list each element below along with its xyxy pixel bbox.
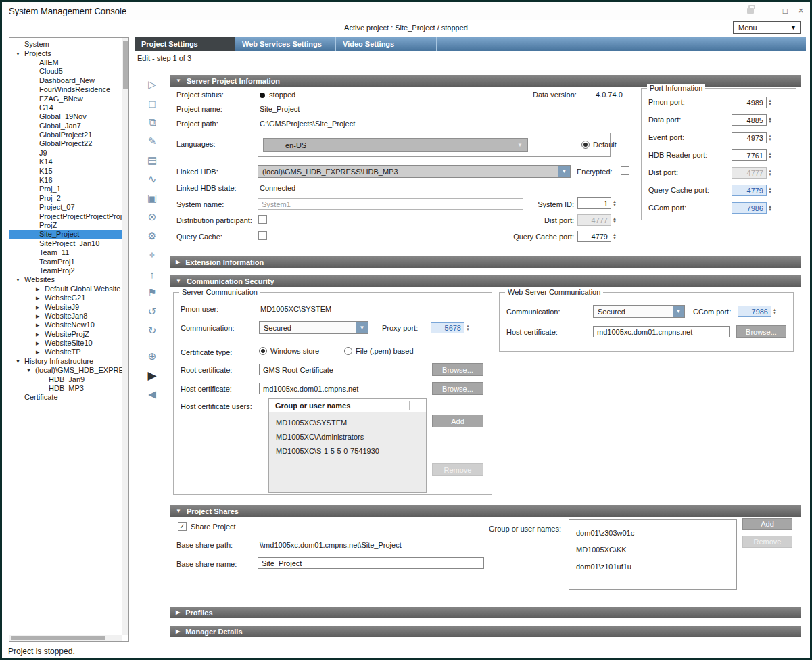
tree-item-fzag-bnew[interactable]: FZAG_BNew — [9, 94, 122, 103]
group-list-item[interactable]: MD1005XC\KK — [569, 541, 736, 558]
port-spinner-5-value[interactable]: 4777 — [732, 167, 767, 179]
host-certificate-field[interactable]: md1005xc.dom01.cmpns.net — [259, 383, 429, 394]
query-cache-checkbox[interactable] — [258, 231, 267, 240]
settings-icon[interactable]: ⚙ — [143, 227, 162, 245]
locate-icon[interactable]: ⌖ — [143, 245, 162, 264]
tree-item-websiteprojz[interactable]: ▶WebsiteProjZ — [9, 330, 122, 339]
tab-project-settings[interactable]: Project Settings — [135, 37, 235, 51]
tab-video-settings[interactable]: Video Settings — [336, 37, 437, 51]
tree-item-hdb-jan9[interactable]: HDB_Jan9 — [9, 375, 122, 383]
section-header-profiles[interactable]: ▶ Profiles — [170, 607, 801, 618]
tree-item-k16[interactable]: K16 — [9, 176, 122, 185]
expanded-arrow-icon[interactable]: ▼ — [16, 357, 22, 366]
tree-horizontal-scrollbar[interactable] — [9, 635, 122, 641]
linked-hdb-dropdown[interactable]: (local)\GMS_HDB_EXPRESS\HDB_MP3 ▼ — [258, 165, 571, 178]
port-spinner-2-value[interactable]: 4885 — [732, 114, 767, 126]
spinner-arrows-icon[interactable]: ▲▼ — [767, 97, 774, 108]
collapsed-arrow-icon[interactable]: ▶ — [36, 285, 43, 293]
tree-vertical-scrollbar-thumb[interactable] — [123, 41, 128, 89]
tree-item-allem[interactable]: AllEM — [9, 58, 122, 67]
tree-item-g14[interactable]: G14 — [9, 103, 122, 112]
remove-user-button[interactable]: Remove — [432, 463, 483, 476]
tree-item-globalproject22[interactable]: GlobalProject22 — [9, 139, 122, 148]
tree-item-proj-2[interactable]: Proj_2 — [9, 194, 122, 203]
section-header-manager-details[interactable]: ▶ Manager Details — [170, 626, 801, 637]
delete-icon[interactable]: ⊗ — [143, 208, 162, 227]
spinner-arrows-icon[interactable]: ▲▼ — [767, 185, 774, 196]
tree-item-websiteg21[interactable]: ▶WebsiteG21 — [9, 293, 122, 302]
proxy-port-spinner[interactable]: 5678 ▲▼ — [431, 322, 472, 333]
default-language-radio[interactable]: Default — [581, 141, 617, 149]
stop-project-icon[interactable]: □ — [143, 94, 162, 113]
tree-item-hdb-mp3[interactable]: HDB_MP3 — [9, 384, 122, 393]
expanded-arrow-icon[interactable]: ▼ — [16, 49, 22, 58]
web-communication-dropdown[interactable]: Secured ▼ — [593, 305, 685, 318]
tree-item-dashboard-new[interactable]: Dashboard_New — [9, 76, 122, 85]
tree-item-site-project[interactable]: Site_Project — [9, 230, 122, 239]
tree-item-teamproj2[interactable]: TeamProj2 — [9, 266, 122, 275]
port-spinner-3-value[interactable]: 4973 — [732, 132, 767, 143]
base-share-name-field[interactable]: Site_Project — [258, 557, 484, 569]
ccom-port-spinner[interactable]: 7986 ▲▼ — [738, 306, 779, 317]
collapsed-arrow-icon[interactable]: ▶ — [36, 303, 43, 312]
section-header-communication-security[interactable]: ▼ Communication Security — [170, 275, 801, 287]
system-id-value[interactable]: 1 — [577, 197, 611, 209]
tree-item-certificate[interactable]: Certificate — [9, 393, 122, 402]
root-certificate-browse-button[interactable]: Browse... — [432, 363, 483, 376]
port-spinner-1-value[interactable]: 4989 — [732, 97, 767, 108]
deactivate-icon[interactable]: ◀ — [143, 385, 162, 404]
collapsed-arrow-icon[interactable]: ▶ — [36, 321, 43, 329]
tree-item-history-infrastructure[interactable]: ▼History Infrastructure — [9, 357, 122, 366]
spinner-arrows-icon[interactable]: ▲▼ — [611, 197, 619, 209]
dropdown-arrow-icon[interactable]: ▼ — [558, 166, 570, 177]
port-spinner-6[interactable]: 4779▲▼ — [732, 185, 774, 196]
dropdown-arrow-icon[interactable]: ▼ — [356, 322, 368, 333]
tree-item-team-11[interactable]: Team_11 — [9, 248, 122, 257]
restore-icon[interactable]: ↺ — [143, 302, 162, 321]
spinner-arrows-icon[interactable]: ▲▼ — [464, 322, 472, 333]
tree-item-k15[interactable]: K15 — [9, 166, 122, 175]
tree-item-teamproj1[interactable]: TeamProj1 — [9, 257, 122, 266]
tree-item-websitesite10[interactable]: ▶WebsiteSite10 — [9, 339, 122, 348]
tree-item-fourwindsresidence[interactable]: FourWindsResidence — [9, 85, 122, 94]
collapsed-arrow-icon[interactable]: ▶ — [36, 330, 43, 339]
tree-item-cloud5[interactable]: Cloud5 — [9, 67, 122, 76]
group-list-item[interactable]: dom01\z101uf1u — [569, 558, 736, 575]
dist-port-spinner[interactable]: 4777 ▲▼ — [577, 214, 619, 226]
start-project-icon[interactable]: ▷ — [143, 75, 162, 94]
tree-item-websitej9[interactable]: ▶WebsiteJ9 — [9, 302, 122, 311]
tree-item-websitenew10[interactable]: ▶WebsiteNew10 — [9, 321, 122, 329]
tree-item-websitejan8[interactable]: ▶WebsiteJan8 — [9, 312, 122, 321]
system-id-spinner[interactable]: 1 ▲▼ — [577, 197, 619, 209]
web-host-certificate-browse-button[interactable]: Browse... — [736, 325, 786, 338]
root-certificate-field[interactable]: GMS Root Certificate — [259, 364, 429, 375]
maximize-button[interactable]: □ — [783, 6, 788, 16]
user-list-item[interactable]: MD1005XC\Administrators — [269, 429, 426, 444]
languages-dropdown[interactable]: en-US ▼ — [263, 138, 528, 152]
tab-web-services-settings[interactable]: Web Services Settings — [235, 37, 336, 51]
port-spinner-4-value[interactable]: 7761 — [732, 149, 767, 161]
tree-vertical-scrollbar[interactable] — [122, 38, 128, 635]
spinner-arrows-icon[interactable]: ▲▼ — [767, 167, 774, 179]
user-list-item[interactable]: MD1005XC\S-1-5-5-0-7541930 — [269, 444, 426, 458]
section-header-extension-information[interactable]: ▶ Extension Information — [170, 256, 801, 268]
tree-horizontal-scrollbar-thumb[interactable] — [11, 636, 105, 640]
activate-icon[interactable]: ▶ — [143, 366, 162, 385]
web-host-certificate-field[interactable]: md1005xc.dom01.cmpns.net — [593, 326, 730, 337]
system-name-field[interactable]: System1 — [258, 198, 523, 210]
tree-item-projz[interactable]: ProjZ — [9, 221, 122, 230]
group-list-item[interactable]: dom01\z303w01c — [569, 524, 736, 541]
windows-store-radio[interactable]: Windows store — [259, 347, 319, 355]
communication-dropdown[interactable]: Secured ▼ — [259, 321, 368, 334]
tree-item--local-gms-hdb-express[interactable]: ▼(local)\GMS_HDB_EXPRESS — [9, 366, 122, 375]
remove-group-button[interactable]: Remove — [742, 536, 792, 548]
port-spinner-3[interactable]: 4973▲▼ — [732, 132, 774, 143]
expanded-arrow-icon[interactable]: ▼ — [26, 366, 33, 375]
host-certificate-browse-button[interactable]: Browse... — [432, 382, 483, 395]
spinner-arrows-icon[interactable]: ▲▼ — [611, 214, 619, 226]
tree-item-projects[interactable]: ▼Projects — [9, 49, 122, 57]
add-user-button[interactable]: Add — [432, 415, 483, 427]
port-spinner-5[interactable]: 4777▲▼ — [732, 167, 774, 179]
user-list-item[interactable]: MD1005XC\SYSTEM — [269, 415, 426, 429]
tree-item-j9[interactable]: J9 — [9, 149, 122, 158]
